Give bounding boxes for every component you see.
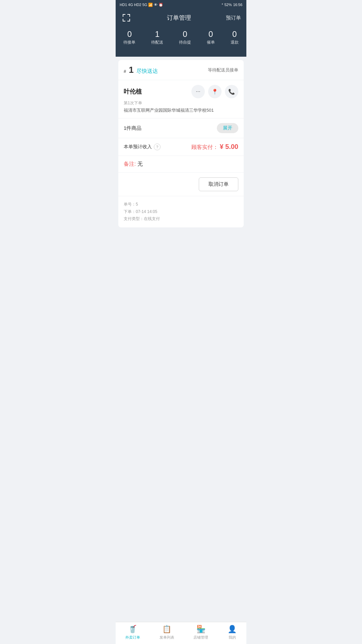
message-icon: ··· — [196, 89, 200, 95]
price-label-text: 本单预计收入 — [124, 144, 152, 150]
pending-accept-count: 0 — [127, 30, 132, 39]
page-title: 订单管理 — [167, 14, 191, 22]
battery-level: 52% — [224, 3, 232, 7]
order-list-icon: 📋 — [162, 625, 171, 634]
order-no: 单号：5 — [124, 201, 238, 208]
paid-amount: ¥ 5.00 — [220, 143, 238, 150]
urge-label: 催单 — [207, 40, 215, 45]
customer-top: 叶伦植 ··· 📍 📞 — [124, 85, 238, 98]
nav-order-list[interactable]: 📋 发单列表 — [160, 625, 174, 640]
cancel-order-button[interactable]: 取消订单 — [199, 177, 238, 191]
nav-takeout-orders[interactable]: 🥤 外卖订单 — [125, 625, 140, 640]
refund-label: 退款 — [231, 40, 239, 45]
alarm-icon: ⏰ — [159, 3, 163, 7]
profile-label: 我的 — [229, 635, 236, 640]
expand-button[interactable]: 展开 — [217, 123, 238, 133]
stat-refund[interactable]: 0 退款 — [231, 30, 239, 45]
customer-name: 叶伦植 — [124, 88, 142, 96]
pay-type: 支付类型：在线支付 — [124, 215, 238, 223]
svg-rect-5 — [123, 21, 125, 21]
remark-content: 无 — [137, 161, 143, 167]
price-label: 本单预计收入 ? — [124, 144, 161, 150]
status-bar: HD1 4G HD2 5G 📶 👁 ⏰ * 52% 16:56 — [116, 0, 246, 9]
takeout-icon: 🥤 — [128, 625, 137, 634]
price-value: 顾客实付： ¥ 5.00 — [191, 143, 238, 151]
signal-5g: 5G — [142, 3, 147, 7]
nav-store-manage[interactable]: 🏪 店铺管理 — [193, 625, 208, 640]
wifi-icon: 📶 — [148, 3, 153, 7]
order-type: 尽快送达 — [136, 68, 158, 75]
order-header: # 1 尽快送达 等待配送员接单 — [118, 60, 244, 80]
status-right: * 52% 16:56 — [222, 3, 242, 7]
customer-address: 福清市互联网产业园国际华城福清三华学校501 — [124, 107, 238, 113]
phone-button[interactable]: 📞 — [225, 85, 238, 98]
items-section: 1件商品 展开 — [118, 118, 244, 138]
scan-button[interactable] — [121, 12, 132, 23]
pending-pickup-label: 待自提 — [179, 40, 191, 45]
customer-order-count: 第1次下单 — [124, 100, 238, 106]
order-meta: 单号：5 下单：07-14 14:05 支付类型：在线支付 — [118, 196, 244, 227]
urge-count: 0 — [208, 30, 213, 39]
message-button[interactable]: ··· — [191, 85, 205, 98]
order-status: 等待配送员接单 — [208, 67, 238, 73]
stat-pending-delivery[interactable]: 1 待配送 — [151, 30, 163, 45]
content-area: # 1 尽快送达 等待配送员接单 叶伦植 ··· 📍 📞 — [116, 57, 246, 234]
bottom-nav: 🥤 外卖订单 📋 发单列表 🏪 店铺管理 👤 我的 — [116, 622, 246, 644]
nav-profile[interactable]: 👤 我的 — [228, 625, 237, 640]
profile-icon: 👤 — [228, 625, 237, 634]
remark-section: 备注: 无 — [118, 156, 244, 173]
order-number-section: # 1 尽快送达 — [124, 65, 158, 75]
svg-rect-1 — [123, 14, 123, 17]
help-icon-text: ? — [156, 145, 158, 149]
stat-pending-pickup[interactable]: 0 待自提 — [179, 30, 191, 45]
app-header: 订单管理 预订单 — [116, 9, 246, 26]
help-icon[interactable]: ? — [154, 144, 161, 150]
status-left: HD1 4G HD2 5G 📶 👁 ⏰ — [120, 3, 163, 7]
bluetooth-icon: * — [222, 3, 223, 7]
action-section: 取消订单 — [118, 173, 244, 196]
pending-pickup-count: 0 — [183, 30, 187, 39]
remark-label: 备注: — [124, 161, 136, 167]
signal-4g: 4G — [128, 3, 133, 7]
customer-actions: ··· 📍 📞 — [191, 85, 238, 98]
order-card: # 1 尽快送达 等待配送员接单 叶伦植 ··· 📍 📞 — [118, 60, 244, 227]
takeout-label: 外卖订单 — [125, 635, 140, 640]
stat-pending-accept[interactable]: 0 待接单 — [123, 30, 135, 45]
location-button[interactable]: 📍 — [208, 85, 222, 98]
stat-urge[interactable]: 0 催单 — [207, 30, 215, 45]
stats-bar: 0 待接单 1 待配送 0 待自提 0 催单 0 退款 — [116, 26, 246, 52]
order-time: 下单：07-14 14:05 — [124, 208, 238, 216]
signal-hd2: HD2 — [134, 3, 141, 7]
order-number: 1 — [129, 65, 133, 75]
order-hash: # — [124, 69, 126, 74]
items-count: 1件商品 — [124, 125, 141, 131]
signal-text: HD1 — [120, 3, 127, 7]
customer-section: 叶伦植 ··· 📍 📞 第1次下单 福清市互联网产业园国际华城福清三华学校501 — [118, 80, 244, 118]
tab-indicator — [116, 52, 246, 57]
svg-rect-3 — [129, 14, 130, 17]
paid-label: 顾客实付： — [191, 144, 218, 150]
pending-delivery-label: 待配送 — [151, 40, 163, 45]
svg-rect-7 — [127, 21, 130, 21]
order-list-label: 发单列表 — [160, 635, 174, 640]
pre-order-button[interactable]: 预订单 — [226, 15, 241, 21]
location-icon: 📍 — [212, 89, 218, 95]
refund-count: 0 — [232, 30, 237, 39]
eye-icon: 👁 — [154, 3, 158, 7]
pending-accept-label: 待接单 — [123, 40, 135, 45]
store-icon: 🏪 — [196, 625, 205, 634]
remark-text: 备注: 无 — [124, 161, 143, 167]
pending-delivery-count: 1 — [155, 30, 160, 39]
time-display: 16:56 — [233, 3, 242, 7]
phone-icon: 📞 — [228, 89, 235, 95]
store-label: 店铺管理 — [193, 635, 208, 640]
price-section: 本单预计收入 ? 顾客实付： ¥ 5.00 — [118, 138, 244, 156]
